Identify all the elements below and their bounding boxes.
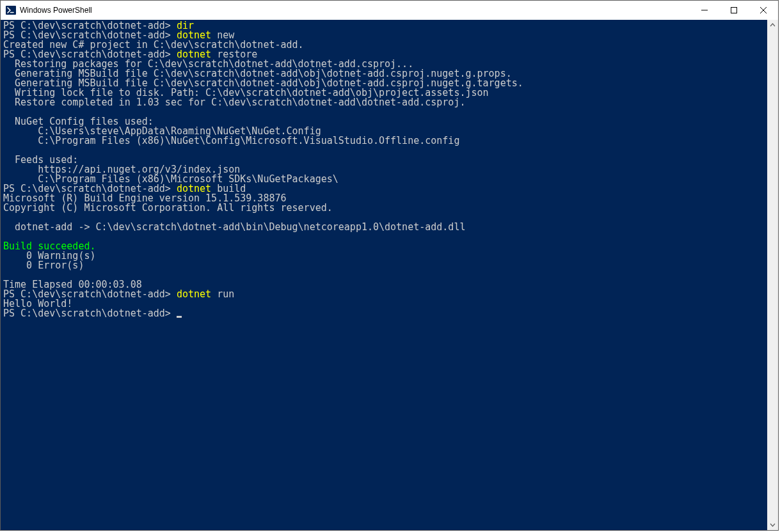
- cmd-dotnet: dotnet: [177, 288, 217, 300]
- svg-rect-0: [6, 6, 16, 15]
- arg: run: [217, 288, 234, 300]
- svg-rect-3: [731, 8, 737, 13]
- scrollbar[interactable]: [767, 20, 778, 530]
- terminal[interactable]: PS C:\dev\scratch\dotnet-add> dir PS C:\…: [1, 20, 767, 530]
- output-line: Restore completed in 1.03 sec for C:\dev…: [3, 97, 465, 108]
- scroll-down-icon[interactable]: [767, 519, 778, 530]
- window-title: Windows PowerShell: [20, 6, 690, 15]
- prompt: PS C:\dev\scratch\dotnet-add>: [3, 308, 171, 319]
- output-line: Copyright (C) Microsoft Corporation. All…: [3, 202, 333, 214]
- maximize-button[interactable]: [719, 1, 749, 20]
- output-line: dotnet-add -> C:\dev\scratch\dotnet-add\…: [3, 221, 465, 233]
- terminal-area: PS C:\dev\scratch\dotnet-add> dir PS C:\…: [1, 20, 778, 530]
- powershell-window: Windows PowerShell PS C:\dev\scratch\dot…: [0, 0, 779, 531]
- output-line: C:\Program Files (x86)\NuGet\Config\Micr…: [3, 135, 459, 146]
- cursor: [177, 316, 182, 318]
- window-controls: [690, 1, 778, 20]
- output-line: 0 Error(s): [3, 260, 84, 271]
- scroll-up-icon[interactable]: [767, 20, 778, 31]
- powershell-icon: [6, 5, 16, 15]
- close-button[interactable]: [749, 1, 778, 20]
- titlebar[interactable]: Windows PowerShell: [1, 1, 778, 20]
- minimize-button[interactable]: [690, 1, 719, 20]
